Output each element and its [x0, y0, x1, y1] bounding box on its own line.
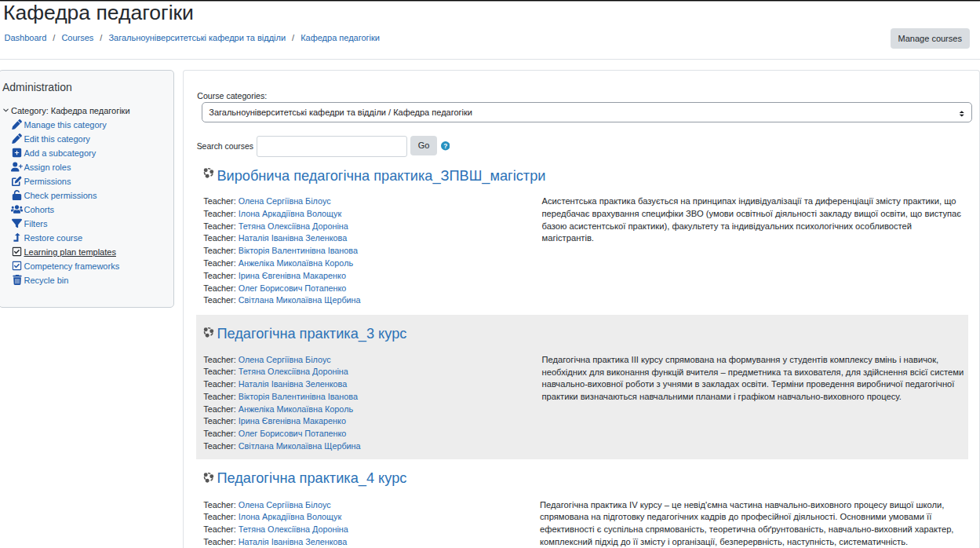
svg-text:?: ?	[443, 143, 447, 150]
